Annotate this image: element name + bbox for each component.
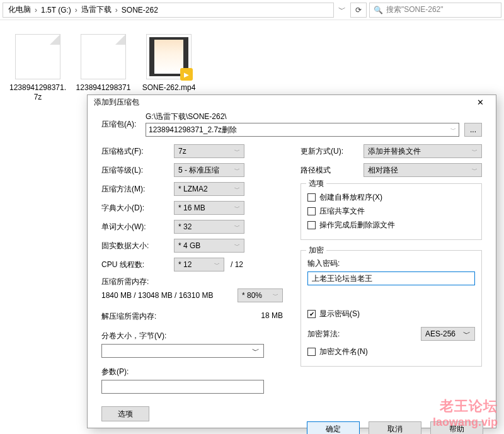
split-select[interactable]: ﹀	[101, 344, 264, 358]
show-password-checkbox[interactable]: ✔ 显示密码(S)	[307, 307, 475, 321]
algo-select[interactable]: AES-256 ﹀	[421, 327, 475, 341]
crumb-folder2[interactable]: SONE-262	[119, 6, 161, 14]
archive-name-value: 1238941298371_2.7z删除	[149, 125, 237, 135]
mem-pct-select[interactable]: * 80% ﹀	[238, 288, 283, 302]
share-checkbox[interactable]: 压缩共享文件	[307, 204, 475, 218]
mem-pct-value: * 80%	[242, 291, 262, 300]
cancel-button[interactable]: 取消	[369, 421, 421, 434]
search-icon: 🔍	[374, 6, 383, 14]
pathmode-value: 相对路径	[368, 165, 398, 176]
crumb-drive[interactable]: 1.5T (G:)	[38, 6, 74, 14]
file-item[interactable]: 1238941298371	[74, 34, 132, 102]
level-label: 压缩等级(L):	[101, 165, 174, 176]
encrypt-names-checkbox[interactable]: 加密文件名(N)	[307, 345, 475, 358]
level-value: 5 - 标准压缩	[178, 165, 219, 176]
chevron-down-icon: ﹀	[472, 166, 478, 174]
update-select[interactable]: 添加并替换文件 ﹀	[364, 144, 482, 158]
search-input[interactable]: 🔍 搜索"SONE-262"	[369, 3, 501, 18]
encrypt-group: 加密 输入密码: 上老王论坛当老王 ✔ 显示密码(S) 加密算法: AES-25…	[301, 250, 482, 367]
delete-checkbox[interactable]: 操作完成后删除源文件	[307, 218, 475, 232]
file-icon	[15, 34, 60, 79]
update-value: 添加并替换文件	[368, 146, 421, 157]
threads-max: / 12	[231, 260, 243, 269]
format-select[interactable]: 7z ﹀	[174, 144, 244, 158]
chevron-down-icon: ﹀	[234, 147, 240, 156]
sfx-checkbox[interactable]: 创建自释放程序(X)	[307, 190, 475, 204]
password-input[interactable]: 上老王论坛当老王	[307, 271, 475, 285]
pathmode-label: 路径模式	[301, 165, 364, 176]
add-to-archive-dialog: 添加到压缩包 ✕ 压缩包(A): G:\迅雷下载\SONE-262\ 12389…	[87, 94, 496, 428]
decompress-mem-label: 解压缩所需内存:	[101, 311, 156, 322]
file-name: 1238941298371.7z	[9, 83, 67, 102]
archive-name-input[interactable]: 1238941298371_2.7z删除 ﹀	[146, 123, 459, 137]
encrypt-names-label: 加密文件名(N)	[319, 346, 368, 357]
method-select[interactable]: * LZMA2 ﹀	[174, 182, 244, 196]
file-item[interactable]: 1238941298371.7z	[9, 34, 67, 102]
close-button[interactable]: ✕	[469, 95, 491, 109]
refresh-button[interactable]: ⟳	[350, 3, 367, 18]
crumb-pc[interactable]: 化电脑	[6, 4, 33, 15]
update-label: 更新方式(U):	[301, 146, 364, 157]
split-label: 分卷大小，字节(V):	[101, 331, 283, 341]
dict-select[interactable]: * 16 MB ﹀	[174, 201, 244, 215]
checkbox-icon	[307, 348, 316, 356]
algo-label: 加密算法:	[307, 329, 421, 340]
file-item[interactable]: ▶ SONE-262.mp4	[140, 34, 198, 102]
pathmode-select[interactable]: 相对路径 ﹀	[364, 163, 482, 177]
share-label: 压缩共享文件	[319, 206, 365, 217]
word-select[interactable]: * 32 ﹀	[174, 220, 244, 234]
chevron-down-icon[interactable]: ﹀	[450, 126, 456, 134]
solid-label: 固实数据大小:	[101, 241, 174, 251]
chevron-down-icon: ﹀	[463, 329, 471, 340]
chevron-down-icon: ﹀	[252, 346, 260, 357]
chevron-right-icon: ›	[114, 6, 119, 14]
crumb-folder1[interactable]: 迅雷下载	[79, 4, 114, 15]
browse-button[interactable]: ...	[464, 123, 482, 137]
play-badge-icon: ▶	[180, 68, 193, 81]
ellipsis-icon: ...	[470, 125, 476, 134]
checkbox-icon: ✔	[307, 310, 316, 318]
format-value: 7z	[178, 147, 186, 156]
dialog-titlebar[interactable]: 添加到压缩包 ✕	[88, 95, 496, 109]
show-password-label: 显示密码(S)	[319, 309, 360, 319]
word-value: * 32	[178, 222, 192, 231]
format-label: 压缩格式(F):	[101, 146, 174, 157]
delete-label: 操作完成后删除源文件	[319, 220, 395, 231]
params-input[interactable]	[101, 380, 264, 394]
dialog-title: 添加到压缩包	[94, 97, 139, 108]
threads-label: CPU 线程数:	[101, 260, 174, 270]
algo-value: AES-256	[425, 329, 455, 338]
left-column: 压缩格式(F): 7z ﹀ 压缩等级(L): 5 - 标准压缩 ﹀ 压缩方法(M…	[101, 142, 283, 421]
chevron-down-icon: ﹀	[234, 166, 240, 174]
mem-need-label: 压缩所需内存:	[101, 277, 283, 287]
breadcrumb[interactable]: 化电脑 › 1.5T (G:) › 迅雷下载 › SONE-262	[3, 3, 334, 18]
chevron-down-icon: ﹀	[234, 242, 240, 250]
method-value: * LZMA2	[178, 185, 208, 193]
threads-select[interactable]: * 12 ﹀	[174, 258, 224, 271]
chevron-down-icon: ﹀	[273, 292, 278, 300]
dict-label: 字典大小(D):	[101, 203, 174, 214]
solid-value: * 4 GB	[178, 241, 200, 250]
search-placeholder: 搜索"SONE-262"	[386, 4, 444, 15]
decompress-mem-value: 18 MB	[261, 311, 283, 322]
params-label: 参数(P):	[101, 367, 283, 377]
method-label: 压缩方法(M):	[101, 184, 174, 195]
options-group: 选项 创建自释放程序(X) 压缩共享文件 操作完成后删除源文件	[301, 183, 482, 240]
archive-row: 压缩包(A): G:\迅雷下载\SONE-262\ 1238941298371_…	[101, 111, 482, 137]
file-name: 1238941298371	[76, 83, 131, 93]
options-button[interactable]: 选项	[101, 406, 149, 421]
archive-dir: G:\迅雷下载\SONE-262\	[146, 111, 482, 122]
ok-button[interactable]: 确定	[307, 421, 360, 434]
close-icon: ✕	[477, 98, 484, 107]
help-button[interactable]: 帮助	[430, 421, 483, 434]
help-label: 帮助	[449, 424, 464, 435]
right-column: 更新方式(U): 添加并替换文件 ﹀ 路径模式 相对路径 ﹀ 选项	[301, 142, 482, 421]
address-dropdown[interactable]: ﹀	[336, 3, 348, 17]
options-button-label: 选项	[118, 409, 133, 420]
sfx-label: 创建自释放程序(X)	[319, 192, 382, 203]
dialog-body: 压缩包(A): G:\迅雷下载\SONE-262\ 1238941298371_…	[88, 109, 496, 421]
solid-select[interactable]: * 4 GB ﹀	[174, 239, 244, 253]
level-select[interactable]: 5 - 标准压缩 ﹀	[174, 163, 244, 177]
file-icon	[81, 34, 126, 79]
word-label: 单词大小(W):	[101, 222, 174, 232]
